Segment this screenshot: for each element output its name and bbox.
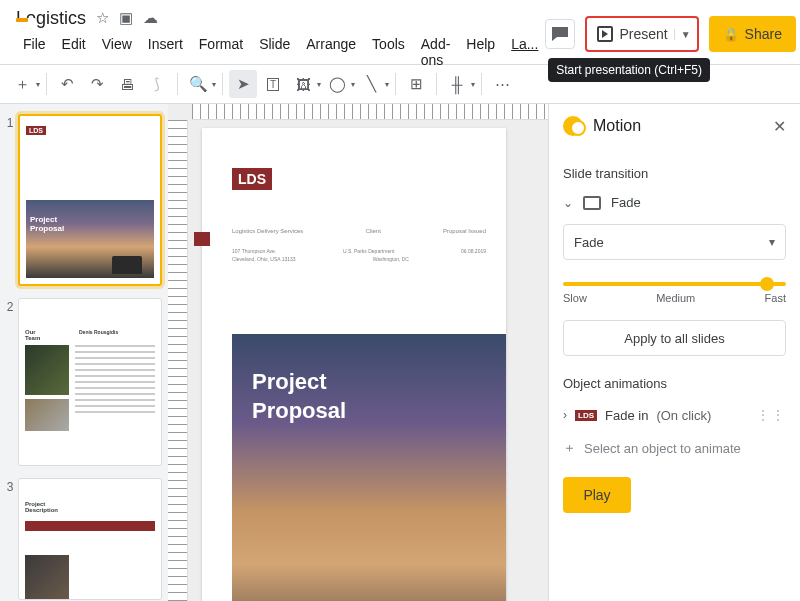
section-slide-transition: Slide transition	[563, 166, 786, 181]
slide-number: 1	[4, 114, 16, 286]
menu-more[interactable]: La...	[504, 32, 545, 72]
animation-item[interactable]: › LDS Fade in (On click) ⋮⋮	[563, 407, 786, 423]
plus-icon: ＋	[563, 439, 576, 457]
motion-icon	[563, 116, 583, 136]
share-label: Share	[745, 26, 782, 42]
add-animation[interactable]: ＋ Select an object to animate	[563, 439, 786, 457]
new-slide-button[interactable]: ＋	[8, 70, 36, 98]
apply-all-button[interactable]: Apply to all slides	[563, 320, 786, 356]
canvas: LDS Logistics Delivery ServicesClientPro…	[168, 104, 548, 601]
slide-number: 2	[4, 298, 16, 466]
section-object-animations: Object animations	[563, 376, 786, 391]
redo-button[interactable]: ↷	[83, 70, 111, 98]
slide-icon	[583, 196, 601, 210]
transition-select[interactable]: Fade ▾	[563, 224, 786, 260]
image-tool[interactable]: 🖼	[289, 70, 317, 98]
zoom-button[interactable]: 🔍	[184, 70, 212, 98]
slide-editor[interactable]: LDS Logistics Delivery ServicesClientPro…	[202, 128, 506, 601]
cloud-icon[interactable]: ☁	[143, 9, 158, 27]
lock-icon: 🔒	[723, 27, 739, 42]
slide-thumbnail-3[interactable]: Project Description	[18, 478, 162, 600]
slide-lds-badge: LDS	[232, 168, 272, 190]
slide-hero-title: Project Proposal	[252, 368, 346, 425]
menu-arrange[interactable]: Arrange	[299, 32, 363, 72]
tooltip: Start presentation (Ctrl+F5)	[548, 58, 710, 82]
menu-slide[interactable]: Slide	[252, 32, 297, 72]
play-button[interactable]: Play	[563, 477, 631, 513]
move-icon[interactable]: ▣	[119, 9, 133, 27]
star-icon[interactable]: ☆	[96, 9, 109, 27]
textbox-tool[interactable]: T	[259, 70, 287, 98]
ruler-horizontal	[192, 104, 548, 120]
slide-thumbnail-1[interactable]: LDS Project Proposal	[18, 114, 162, 286]
print-button[interactable]: 🖶	[113, 70, 141, 98]
chevron-right-icon: ›	[563, 408, 567, 422]
present-icon	[597, 26, 613, 42]
menu-bar: File Edit View Insert Format Slide Arran…	[16, 32, 545, 72]
menu-edit[interactable]: Edit	[55, 32, 93, 72]
layout-tool[interactable]: ╫	[443, 70, 471, 98]
chevron-down-icon: ▾	[769, 235, 775, 249]
menu-format[interactable]: Format	[192, 32, 250, 72]
present-dropdown-icon[interactable]: ▼	[674, 29, 691, 40]
menu-help[interactable]: Help	[459, 32, 502, 72]
menu-addons[interactable]: Add-ons	[414, 32, 458, 72]
speed-slider[interactable]	[563, 282, 786, 286]
select-tool[interactable]: ➤	[229, 70, 257, 98]
transition-row[interactable]: ⌄ Fade	[563, 195, 786, 210]
transition-name: Fade	[611, 195, 641, 210]
comments-button[interactable]	[545, 19, 575, 49]
slide-number: 3	[4, 478, 16, 600]
slide-thumbnail-2[interactable]: Our Team Denis Rousgidis	[18, 298, 162, 466]
close-icon[interactable]: ✕	[773, 117, 786, 136]
slider-knob[interactable]	[760, 277, 774, 291]
motion-panel: Motion ✕ Slide transition ⌄ Fade Fade ▾ …	[548, 104, 800, 601]
present-button[interactable]: Present ▼	[585, 16, 698, 52]
shape-tool[interactable]: ◯	[323, 70, 351, 98]
paint-format-button[interactable]: ⟆	[143, 70, 171, 98]
line-tool[interactable]: ╲	[357, 70, 385, 98]
menu-insert[interactable]: Insert	[141, 32, 190, 72]
menu-file[interactable]: File	[16, 32, 53, 72]
ruler-vertical	[168, 120, 188, 601]
menu-tools[interactable]: Tools	[365, 32, 412, 72]
undo-button[interactable]: ↶	[53, 70, 81, 98]
share-button[interactable]: 🔒 Share	[709, 16, 796, 52]
present-label: Present	[619, 26, 667, 42]
chevron-down-icon: ⌄	[563, 196, 573, 210]
filmstrip: 1 LDS Project Proposal 2 Our Team Denis …	[0, 104, 168, 601]
more-tools[interactable]: ⋯	[488, 70, 516, 98]
panel-title: Motion	[593, 117, 763, 135]
menu-view[interactable]: View	[95, 32, 139, 72]
drag-handle-icon[interactable]: ⋮⋮	[756, 407, 786, 423]
comment-tool[interactable]: ⊞	[402, 70, 430, 98]
